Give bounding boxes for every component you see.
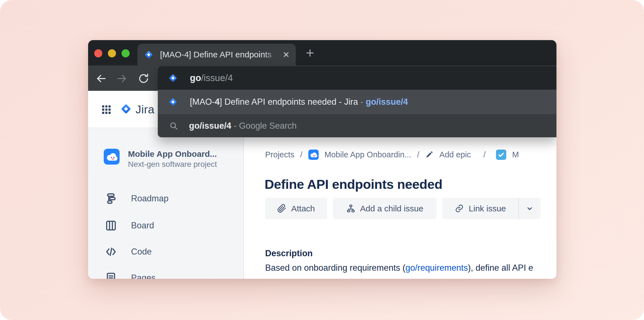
description-heading: Description — [265, 248, 313, 258]
attach-label: Attach — [291, 204, 315, 213]
link-icon — [455, 204, 464, 213]
description-link[interactable]: go/requirements — [405, 263, 468, 273]
issue-main-panel: Projects / Mobile App Onboardin... / Add… — [244, 128, 556, 279]
traffic-lights — [94, 49, 130, 57]
breadcrumb-separator: / — [300, 150, 302, 159]
add-child-issue-button[interactable]: Add a child issue — [333, 198, 437, 219]
back-icon[interactable] — [95, 73, 107, 84]
suggestion-row-google-search[interactable]: go/issue/4 - Google Search — [158, 114, 556, 137]
reload-icon[interactable] — [138, 73, 149, 84]
child-issues-icon — [346, 204, 355, 213]
suggestion-row-jira-issue[interactable]: [MAO-4] Define API endpoints needed - Ji… — [158, 90, 556, 114]
pages-icon — [105, 272, 117, 279]
issue-title[interactable]: Define API endpoints needed — [265, 177, 442, 192]
suggestion-prefix: [MAO- — [190, 97, 215, 107]
board-icon — [105, 219, 117, 232]
project-subtitle: Next-gen software project — [128, 159, 217, 169]
project-avatar-cloud-icon — [308, 150, 319, 160]
jira-logo-icon[interactable] — [120, 102, 132, 115]
task-check-icon — [496, 150, 506, 160]
jira-favicon — [168, 73, 178, 83]
paperclip-icon — [277, 204, 286, 213]
search-icon — [169, 121, 178, 131]
tab-close-icon[interactable]: ✕ — [283, 50, 290, 60]
sidebar-item-roadmap[interactable]: Roadmap — [88, 185, 244, 212]
more-actions-button[interactable] — [518, 198, 541, 219]
suggestion-dash: - — [231, 121, 239, 131]
project-sidebar: Mobile App Onboard... Next-gen software … — [88, 128, 244, 279]
link-issue-button-group: Link issue — [442, 198, 541, 219]
breadcrumb-separator: / — [483, 150, 486, 159]
search-engine-label: Google Search — [239, 121, 297, 131]
browser-titlebar: [MAO-4] Define API endpoints ✕ + — [88, 40, 556, 65]
search-query: go/issue/4 — [189, 121, 231, 131]
minimize-window-button[interactable] — [108, 49, 116, 57]
chevron-down-icon — [525, 204, 534, 213]
browser-tab[interactable]: [MAO-4] Define API endpoints ✕ — [137, 44, 296, 65]
sidebar-item-label: Board — [131, 221, 154, 231]
omnibox-autocomplete-text: /issue/4 — [201, 73, 233, 83]
suggestion-text: go/issue/4 - Google Search — [189, 121, 297, 131]
suggestion-shortlink: go/issue/4 — [366, 97, 408, 107]
suggestion-rest: ] Define API endpoints needed - Jira — [220, 97, 358, 107]
pencil-icon — [425, 150, 434, 159]
breadcrumb-projects[interactable]: Projects — [265, 150, 294, 159]
jira-favicon — [144, 50, 154, 60]
screenshot-stage: [MAO-4] Define API endpoints ✕ + — [0, 0, 644, 320]
link-issue-button[interactable]: Link issue — [442, 198, 518, 219]
link-issue-label: Link issue — [469, 204, 506, 213]
omnibox-input-row[interactable]: go/issue/4 — [158, 66, 556, 90]
suggestion-dash: - — [358, 97, 366, 107]
sidebar-item-code[interactable]: Code — [88, 238, 244, 265]
breadcrumb: Projects / Mobile App Onboardin... / Add… — [265, 149, 519, 160]
zoom-window-button[interactable] — [122, 49, 130, 57]
sidebar-item-board[interactable]: Board — [88, 212, 244, 239]
issue-action-bar: Attach Add a child issue — [265, 198, 541, 219]
description-text: ), define all API e — [468, 263, 533, 273]
code-icon — [105, 246, 117, 258]
forward-icon[interactable] — [116, 73, 128, 84]
app-switcher-grid-icon[interactable] — [101, 104, 112, 115]
omnibox-typed-text: go — [190, 73, 201, 83]
project-name: Mobile App Onboard... — [128, 149, 217, 159]
close-window-button[interactable] — [94, 49, 102, 57]
project-header[interactable]: Mobile App Onboard... Next-gen software … — [104, 149, 217, 169]
tab-title: [MAO-4] Define API endpoints — [160, 50, 279, 59]
sidebar-item-pages[interactable]: Pages — [88, 265, 244, 279]
suggestion-match: 4 — [215, 97, 220, 107]
sidebar-item-label: Roadmap — [131, 194, 168, 204]
new-tab-button[interactable]: + — [302, 45, 318, 61]
breadcrumb-separator: / — [417, 150, 419, 159]
description-body: Based on onboarding requirements (go/req… — [265, 263, 533, 273]
omnibox-dropdown: go/issue/4 [MAO-4] Define API endpoints … — [158, 66, 556, 137]
sidebar-item-label: Code — [131, 247, 152, 257]
description-text: Based on onboarding requirements ( — [265, 263, 405, 273]
project-avatar-cloud-icon — [104, 149, 120, 165]
roadmap-icon — [105, 192, 117, 205]
browser-window: [MAO-4] Define API endpoints ✕ + — [88, 40, 556, 279]
breadcrumb-add-epic[interactable]: Add epic — [439, 150, 471, 159]
add-child-issue-label: Add a child issue — [360, 204, 423, 213]
jira-logo-wordmark[interactable]: Jira — [135, 103, 154, 116]
breadcrumb-issue-key[interactable]: M — [512, 150, 519, 159]
suggestion-text: [MAO-4] Define API endpoints needed - Ji… — [190, 97, 408, 107]
project-meta: Mobile App Onboard... Next-gen software … — [128, 149, 217, 169]
attach-button[interactable]: Attach — [265, 198, 327, 219]
omnibox-text[interactable]: go/issue/4 — [190, 73, 233, 83]
jira-favicon — [168, 97, 178, 107]
sidebar-item-label: Pages — [131, 273, 156, 279]
breadcrumb-project[interactable]: Mobile App Onboardin... — [325, 150, 411, 159]
